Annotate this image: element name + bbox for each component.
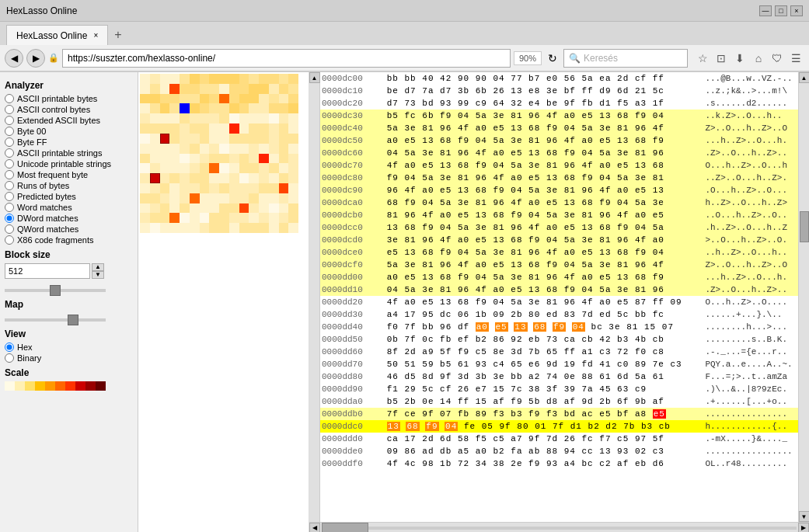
bookmark-icon[interactable]: ☆ — [694, 50, 711, 67]
search-bar[interactable]: 🔍 Keresés — [563, 49, 688, 68]
map-slider[interactable] — [5, 318, 106, 322]
ascii-chars[interactable]: .)\..&..|8?9zEc. — [703, 383, 798, 395]
view-binary-option[interactable]: Binary — [5, 353, 133, 363]
h-scrollbar-thumb[interactable] — [322, 523, 368, 533]
ascii-chars[interactable]: O...h..Z>..O...h — [703, 159, 798, 172]
ascii-chars[interactable]: .........s..B.K. — [703, 333, 798, 346]
hex-bytes[interactable]: 50 51 59 b5 61 93 c4 65 e6 9d 19 fd 41 c… — [385, 358, 698, 370]
menu-icon[interactable]: ☰ — [787, 50, 804, 67]
scroll-bottom-button[interactable]: ▼ — [799, 511, 810, 522]
scrollbar-thumb[interactable] — [800, 211, 809, 242]
block-size-input[interactable] — [5, 263, 90, 279]
hex-bytes[interactable]: b5 fc 6b f9 04 5a 3e 81 96 4f a0 e5 13 6… — [385, 110, 698, 122]
ascii-chars[interactable]: ...h..Z>..O...h. — [703, 271, 798, 283]
ascii-chars[interactable]: ................ — [703, 408, 798, 420]
hex-bytes[interactable]: 13 68 f9 04 5a 3e 81 96 4f a0 e5 13 68 f… — [385, 221, 698, 234]
ascii-chars[interactable]: ...h..Z>..O...h. — [703, 134, 798, 147]
tab-close-button[interactable]: × — [93, 31, 98, 40]
shield-icon[interactable]: 🛡 — [769, 50, 786, 67]
new-tab-button[interactable]: + — [108, 25, 127, 45]
url-bar[interactable]: https://suszter.com/hexlasso-online/ — [62, 49, 511, 68]
ascii-chars[interactable]: >..O...h..Z>..O. — [703, 234, 798, 246]
spin-down-button[interactable]: ▼ — [92, 271, 104, 279]
hex-bytes[interactable]: 4f 4c 98 1b 72 34 38 2e f9 93 a4 bc c2 a… — [385, 457, 698, 470]
ascii-chars[interactable]: ..Z>..O...h..Z>. — [703, 172, 798, 184]
analyzer-option-5[interactable]: ASCII printable strings — [5, 148, 133, 158]
hex-bytes[interactable]: be d7 7a d7 3b 6b 26 13 e8 3e bf ff d9 6… — [385, 85, 698, 97]
ascii-chars[interactable]: .O...h..Z>..O... — [703, 184, 798, 196]
ascii-chars[interactable]: ......+...}.\.. — [703, 308, 798, 321]
scroll-up-button[interactable]: ▲ — [309, 72, 320, 83]
ascii-chars[interactable]: ...@B...w..VZ.-.. — [703, 72, 798, 85]
download-icon[interactable]: ⬇ — [731, 50, 748, 67]
hex-bytes[interactable]: a0 e5 13 68 f9 04 5a 3e 81 96 4f a0 e5 1… — [385, 271, 698, 283]
hex-bytes[interactable]: 96 4f a0 e5 13 68 f9 04 5a 3e 81 96 4f a… — [385, 184, 698, 196]
maximize-button[interactable]: □ — [775, 5, 787, 16]
scroll-top-button[interactable]: ▲ — [799, 72, 810, 83]
ascii-chars[interactable]: Z>..O...h..Z>..O — [703, 122, 798, 134]
hex-bytes[interactable]: 81 96 4f a0 e5 13 68 f9 04 5a 3e 81 96 4… — [385, 209, 698, 221]
hex-bytes[interactable]: 04 5a 3e 81 96 4f a0 e5 13 68 f9 04 5a 3… — [385, 283, 698, 296]
ascii-chars[interactable]: ..O...h..Z>..O.. — [703, 209, 798, 221]
analyzer-option-9[interactable]: Predicted bytes — [5, 192, 133, 201]
ascii-chars[interactable]: .-mX.....}&...._ — [703, 433, 798, 445]
hex-bytes[interactable]: d7 73 bd 93 99 c9 64 32 e4 be 9f fb d1 f… — [385, 97, 698, 110]
reload-button[interactable]: ↻ — [545, 50, 560, 66]
ascii-chars[interactable]: .h..Z>..O...h..Z — [703, 221, 798, 234]
hex-bytes[interactable]: 5a 3e 81 96 4f a0 e5 13 68 f9 04 5a 3e 8… — [385, 259, 698, 271]
ascii-chars[interactable]: .Z>..O...h..Z>.. — [703, 283, 798, 296]
ascii-chars[interactable]: h............{.. — [703, 420, 798, 433]
hex-bytes[interactable]: 4f a0 e5 13 68 f9 04 5a 3e 81 96 4f a0 e… — [385, 296, 698, 308]
analyzer-option-4[interactable]: Byte FF — [5, 137, 133, 147]
ascii-chars[interactable]: OL..r48......... — [703, 457, 798, 470]
analyzer-option-13[interactable]: X86 code fragments — [5, 235, 133, 245]
hex-bytes[interactable]: f0 7f bb 96 df a0 e5 13 68 f9 04 bc 3e 8… — [385, 321, 698, 333]
ascii-chars[interactable]: h..Z>..O...h..Z> — [703, 196, 798, 209]
hex-bytes[interactable]: 09 86 ad db a5 a0 b2 fa ab 88 94 cc 13 9… — [385, 445, 698, 457]
analyzer-option-10[interactable]: Word matches — [5, 203, 133, 212]
ascii-chars[interactable]: ................. — [703, 445, 798, 457]
hex-bytes[interactable]: 68 f9 04 5a 3e 81 96 4f a0 e5 13 68 f9 0… — [385, 196, 698, 209]
hex-bytes[interactable]: a0 e5 13 68 f9 04 5a 3e 81 96 4f a0 e5 1… — [385, 134, 698, 147]
ascii-chars[interactable]: PQY.a..e....A..~. — [703, 358, 798, 370]
spin-up-button[interactable]: ▲ — [92, 263, 104, 271]
back-button[interactable]: ◀ — [5, 49, 23, 68]
ascii-chars[interactable]: Z>..O...h..Z>..O — [703, 259, 798, 271]
ascii-chars[interactable]: .-._...={e...r.. — [703, 346, 798, 358]
ascii-chars[interactable]: O...h..Z>..O.... — [703, 296, 798, 308]
hex-bytes[interactable]: e5 13 68 f9 04 5a 3e 81 96 4f a0 e5 13 6… — [385, 246, 698, 259]
minimize-button[interactable]: — — [759, 5, 772, 16]
hex-bytes[interactable]: 0b 7f 0c fb ef b2 86 92 eb 73 ca cb 42 b… — [385, 333, 698, 346]
ascii-chars[interactable]: .s......d2...... — [703, 97, 798, 110]
ascii-chars[interactable]: .Z>..O...h..Z>.. — [703, 147, 798, 159]
hex-bytes[interactable]: 5a 3e 81 96 4f a0 e5 13 68 f9 04 5a 3e 8… — [385, 122, 698, 134]
analyzer-option-1[interactable]: ASCII control bytes — [5, 105, 133, 114]
analyzer-option-11[interactable]: DWord matches — [5, 214, 133, 223]
hex-bytes[interactable]: f9 04 5a 3e 81 96 4f a0 e5 13 68 f9 04 5… — [385, 172, 698, 184]
analyzer-option-12[interactable]: QWord matches — [5, 224, 133, 234]
block-size-slider[interactable] — [5, 289, 106, 292]
reader-icon[interactable]: ⊡ — [713, 50, 730, 67]
hex-bytes[interactable]: 3e 81 96 4f a0 e5 13 68 f9 04 5a 3e 81 9… — [385, 234, 698, 246]
analyzer-option-0[interactable]: ASCII printable bytes — [5, 94, 133, 103]
close-window-button[interactable]: × — [790, 5, 803, 16]
ascii-chars[interactable]: ..k.Z>..O...h.. — [703, 110, 798, 122]
hex-bytes[interactable]: 8f 2d a9 5f f9 c5 8e 3d 7b 65 ff a1 c3 7… — [385, 346, 698, 358]
analyzer-option-7[interactable]: Most frequent byte — [5, 170, 133, 179]
analyzer-option-6[interactable]: Unicode printable strings — [5, 159, 133, 169]
hex-bytes[interactable]: 4f a0 e5 13 68 f9 04 5a 3e 81 96 4f a0 e… — [385, 159, 698, 172]
hex-bytes[interactable]: 46 d5 8d 9f 3d 3b 3e bb a2 74 0e 88 61 6… — [385, 370, 698, 383]
view-hex-option[interactable]: Hex — [5, 342, 133, 352]
ascii-chars[interactable]: .+......[...+o.. — [703, 395, 798, 408]
analyzer-option-2[interactable]: Extended ASCII bytes — [5, 116, 133, 125]
scroll-right-button[interactable]: ▶ — [798, 523, 809, 533]
hex-bytes[interactable]: b5 2b 0e 14 ff 15 af f9 5b d8 af 9d 2b 6… — [385, 395, 698, 408]
home-icon[interactable]: ⌂ — [750, 50, 767, 67]
ascii-chars[interactable]: ..h..Z>..O...h.. — [703, 246, 798, 259]
hex-bytes[interactable]: a4 17 95 dc 06 1b 09 2b 80 ed 83 7d ed 5… — [385, 308, 698, 321]
ascii-chars[interactable]: ........h...>... — [703, 321, 798, 333]
analyzer-option-3[interactable]: Byte 00 — [5, 127, 133, 136]
hex-bytes[interactable]: 7f ce 9f 07 fb 89 f3 b3 f9 f3 bd ac e5 b… — [385, 408, 698, 420]
hex-bytes[interactable]: f1 29 5c cf 26 e7 15 7c 38 3f 39 7a 45 6… — [385, 383, 698, 395]
hex-bytes[interactable]: 04 5a 3e 81 96 4f a0 e5 13 68 f9 04 5a 3… — [385, 147, 698, 159]
